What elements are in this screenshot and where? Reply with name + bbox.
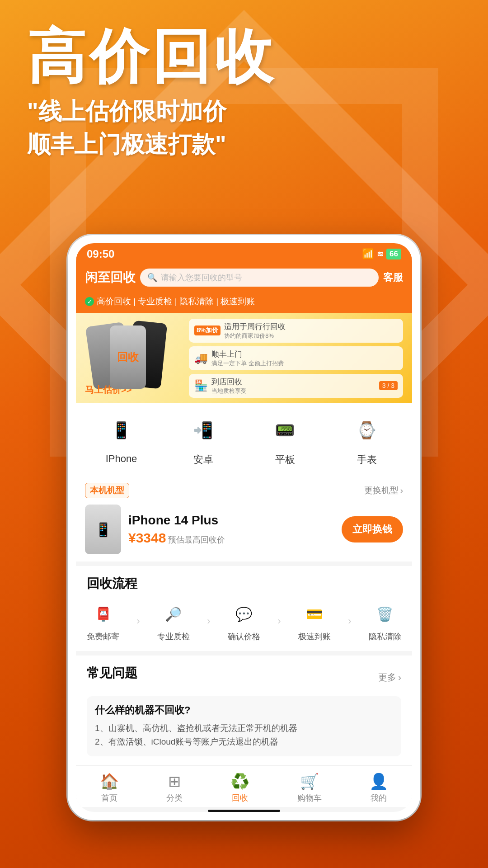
device-tag: 本机机型 [85, 483, 129, 498]
status-time: 09:50 [87, 248, 114, 260]
nav-recycle[interactable]: ♻️ 回收 [230, 772, 249, 803]
phone-frame: 09:50 📶 ≋ 66 闲至回收 🔍 请输入您要回收的型号 客服 ✓ [68, 235, 420, 820]
process-step-5: 🗑️ 隐私清除 [369, 600, 401, 642]
process-step-2: 🔎 专业质检 [157, 600, 190, 642]
banner-features: 8%加价 适用于周行行回收 协约的商家加价8% 🚚 顺丰上门 满足一定下单 全额… [184, 319, 403, 398]
banner-item-1: 8%加价 适用于周行行回收 协约的商家加价8% [189, 319, 403, 343]
process-title: 回收流程 [87, 575, 401, 592]
badge-percent: 8%加价 [194, 326, 221, 335]
confirm-icon: 💬 [230, 600, 258, 627]
trust-text: 高价回收 | 专业质检 | 隐私清除 | 极速到账 [97, 296, 255, 307]
process-label-4: 极速到账 [298, 631, 331, 642]
trust-bar: ✓ 高价回收 | 专业质检 | 隐私清除 | 极速到账 [76, 293, 412, 313]
phone-mockup: 09:50 📶 ≋ 66 闲至回收 🔍 请输入您要回收的型号 客服 ✓ [68, 235, 420, 820]
faq-more-button[interactable]: 更多 › [378, 671, 401, 684]
home-indicator [208, 810, 280, 812]
banner-item3-text: 到店回收 [211, 377, 247, 387]
bottom-nav: 🏠 首页 ⊞ 分类 ♻️ 回收 🛒 购物车 👤 我的 [76, 765, 412, 807]
category-android-label: 安卓 [193, 453, 213, 467]
chevron-right-icon: › [400, 486, 403, 495]
nav-home[interactable]: 🏠 首页 [100, 772, 119, 803]
category-iphone[interactable]: 📱 IPhone [103, 412, 140, 467]
nav-profile-label: 我的 [371, 793, 387, 803]
phone-inner: 09:50 📶 ≋ 66 闲至回收 🔍 请输入您要回收的型号 客服 ✓ [76, 243, 412, 812]
category-android[interactable]: 📲 安卓 [185, 412, 221, 467]
process-label-3: 确认价格 [228, 631, 260, 642]
status-bar: 09:50 📶 ≋ 66 [76, 243, 412, 264]
banner-item2-text: 顺丰上门 [211, 349, 284, 359]
faq-answer-1: 1、山寨机、高仿机、盗抢机或者无法正常开机的机器 2、有激活锁、iCloud账号… [95, 722, 393, 749]
nav-category[interactable]: ⊞ 分类 [166, 772, 183, 803]
nav-bar: 闲至回收 🔍 请输入您要回收的型号 客服 [76, 264, 412, 293]
mail-icon: 📮 [89, 600, 117, 627]
process-label-2: 专业质检 [157, 631, 190, 642]
process-section: 回收流程 📮 免费邮寄 › 🔎 专业质检 › 💬 确认价格 [76, 566, 412, 651]
hero-subtitle: "线上估价限时加价 顺丰上门极速打款" [27, 95, 461, 161]
phone-image-3: 回收 [110, 326, 146, 389]
delivery-icon: 🚚 [194, 352, 208, 364]
service-button[interactable]: 客服 [383, 271, 403, 284]
faq-header: 常见问题 更多 › [87, 665, 401, 690]
search-bar[interactable]: 🔍 请输入您要回收的型号 [140, 269, 379, 287]
cart-icon: 🛒 [300, 772, 319, 790]
hero-section: 高价回收 "线上估价限时加价 顺丰上门极速打款" [27, 27, 461, 161]
category-tablet[interactable]: 📟 平板 [267, 412, 303, 467]
trust-check-icon: ✓ [85, 297, 94, 306]
process-step-1: 📮 免费邮寄 [87, 600, 119, 642]
arrow-icon-1: › [136, 615, 140, 627]
device-card: 本机机型 更换机型 › 📱 iPhone 14 Plus ¥3348 预估最高回… [76, 476, 412, 561]
device-card-header: 本机机型 更换机型 › [85, 483, 403, 498]
process-step-4: 💳 极速到账 [298, 600, 331, 642]
nav-category-label: 分类 [166, 793, 183, 803]
faq-item-1[interactable]: 什么样的机器不回收? 1、山寨机、高仿机、盗抢机或者无法正常开机的机器 2、有激… [87, 696, 401, 756]
process-steps: 📮 免费邮寄 › 🔎 专业质检 › 💬 确认价格 › 💳 [87, 600, 401, 642]
faq-section: 常见问题 更多 › 什么样的机器不回收? 1、山寨机、高仿机、盗抢机或者无法正常… [76, 656, 412, 765]
recycle-icon: ♻️ [230, 772, 249, 790]
nav-cart-label: 购物车 [297, 793, 322, 803]
process-label-5: 隐私清除 [369, 631, 401, 642]
device-change-button[interactable]: 更换机型 › [364, 485, 403, 496]
search-placeholder: 请输入您要回收的型号 [161, 272, 242, 283]
profile-icon: 👤 [369, 772, 388, 790]
category-iphone-label: IPhone [106, 453, 137, 465]
nav-cart[interactable]: 🛒 购物车 [297, 772, 322, 803]
categories-section: 📱 IPhone 📲 安卓 📟 平板 ⌚ 手表 [76, 403, 412, 476]
device-thumbnail: 📱 [85, 505, 121, 554]
nav-home-label: 首页 [101, 793, 117, 803]
process-label-1: 免费邮寄 [87, 631, 119, 642]
device-details: iPhone 14 Plus ¥3348 预估最高回收价 [128, 513, 334, 546]
chevron-right-icon: › [398, 672, 401, 683]
hero-title: 高价回收 [27, 27, 461, 86]
home-icon: 🏠 [100, 772, 119, 790]
device-name: iPhone 14 Plus [128, 513, 334, 528]
arrow-icon-4: › [348, 615, 351, 627]
arrow-icon-2: › [207, 615, 210, 627]
privacy-icon: 🗑️ [371, 600, 399, 627]
nav-profile[interactable]: 👤 我的 [369, 772, 388, 803]
android-icon: 📲 [185, 412, 221, 448]
device-price-row: ¥3348 预估最高回收价 [128, 530, 334, 546]
arrow-icon-3: › [277, 615, 281, 627]
app-logo: 闲至回收 [85, 269, 136, 286]
nav-recycle-label: 回收 [232, 793, 248, 803]
watch-icon: ⌚ [349, 412, 385, 448]
device-price-subtitle: 预估最高回收价 [168, 535, 225, 544]
banner-page-indicator: 3 / 3 [379, 381, 398, 390]
category-tablet-label: 平板 [275, 453, 295, 467]
tablet-icon: 📟 [267, 412, 303, 448]
category-watch[interactable]: ⌚ 手表 [349, 412, 385, 467]
iphone-icon: 📱 [103, 412, 140, 448]
process-step-3: 💬 确认价格 [228, 600, 260, 642]
banner-item-3: 🏪 到店回收 当地质检享受 3 / 3 [189, 374, 403, 398]
payment-icon: 💳 [301, 600, 328, 627]
promo-banner[interactable]: 回收 8%加价 适用于周行行回收 协约的商家加价8% 🚚 顺丰上 [76, 313, 412, 403]
banner-item-2: 🚚 顺丰上门 满足一定下单 全额上打招费 [189, 346, 403, 370]
category-icon: ⊞ [168, 772, 181, 790]
inspect-icon: 🔎 [160, 600, 187, 627]
battery-icon: 66 [386, 249, 401, 259]
device-info: 📱 iPhone 14 Plus ¥3348 预估最高回收价 立即换钱 [85, 505, 403, 554]
status-icons: 📶 ≋ 66 [362, 248, 401, 260]
trade-in-button[interactable]: 立即换钱 [342, 516, 403, 542]
faq-question-1: 什么样的机器不回收? [95, 703, 393, 717]
search-icon: 🔍 [147, 273, 157, 283]
